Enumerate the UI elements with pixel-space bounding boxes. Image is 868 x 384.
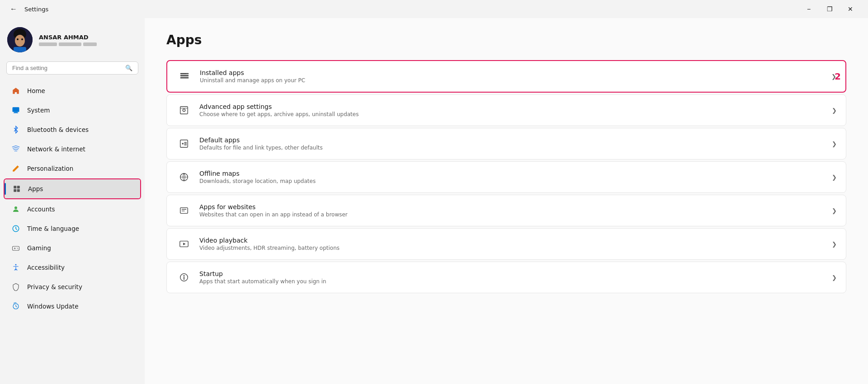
gaming-icon xyxy=(11,243,21,253)
svg-point-2 xyxy=(15,35,25,47)
settings-card-advanced-app-settings[interactable]: Advanced app settingsChoose where to get… xyxy=(166,94,846,126)
settings-row-video-playback[interactable]: Video playbackVideo adjustments, HDR str… xyxy=(167,229,846,259)
sidebar-item-personalization[interactable]: Personalization xyxy=(4,159,141,178)
svg-point-4 xyxy=(21,38,23,40)
sidebar-item-label-personalization: Personalization xyxy=(27,165,73,172)
offline-maps-icon xyxy=(176,169,192,185)
minimize-button[interactable]: − xyxy=(798,2,819,16)
sidebar-item-apps[interactable]: Apps xyxy=(5,179,140,198)
user-profile: ANSAR AHMAD xyxy=(0,22,145,61)
search-box[interactable]: 🔍 xyxy=(6,61,138,75)
sidebar-item-accessibility[interactable]: Accessibility xyxy=(4,258,141,277)
default-apps-text: Default appsDefaults for file and link t… xyxy=(199,136,825,151)
svg-marker-33 xyxy=(183,243,186,245)
sidebar-item-accounts[interactable]: Accounts xyxy=(4,200,141,219)
svg-rect-11 xyxy=(14,112,19,113)
advanced-app-settings-desc: Choose where to get apps, archive apps, … xyxy=(199,111,825,117)
sidebar-item-label-home: Home xyxy=(27,87,45,94)
bluetooth-icon xyxy=(11,125,21,135)
default-apps-desc: Defaults for file and link types, other … xyxy=(199,145,825,151)
email-segment-2 xyxy=(59,42,81,46)
svg-rect-18 xyxy=(13,246,19,250)
sidebar-item-privacy[interactable]: Privacy & security xyxy=(4,277,141,296)
apps-for-websites-text: Apps for websitesWebsites that can open … xyxy=(199,203,825,218)
personalization-icon xyxy=(11,164,21,173)
home-icon xyxy=(11,86,21,96)
offline-maps-chevron: ❯ xyxy=(832,174,837,181)
sidebar-item-gaming[interactable]: Gaming xyxy=(4,239,141,258)
default-apps-icon xyxy=(176,136,192,152)
settings-row-startup[interactable]: StartupApps that start automatically whe… xyxy=(167,262,846,293)
user-name: ANSAR AHMAD xyxy=(39,34,97,41)
settings-items-container: Installed appsUninstall and manage apps … xyxy=(166,60,846,293)
email-segment-1 xyxy=(39,42,57,46)
sidebar-item-label-time: Time & language xyxy=(27,225,79,232)
sidebar-item-home[interactable]: Home xyxy=(4,81,141,100)
svg-rect-14 xyxy=(14,189,16,192)
installed-apps-desc: Uninstall and manage apps on your PC xyxy=(200,77,824,84)
settings-card-startup[interactable]: StartupApps that start automatically whe… xyxy=(166,262,846,293)
offline-maps-desc: Downloads, storage location, map updates xyxy=(199,178,825,184)
advanced-app-settings-icon xyxy=(176,102,192,118)
sidebar-item-bluetooth[interactable]: Bluetooth & devices xyxy=(4,120,141,139)
svg-rect-25 xyxy=(187,74,188,75)
sidebar-item-label-gaming: Gaming xyxy=(27,244,51,252)
sidebar-item-label-network: Network & internet xyxy=(27,145,85,153)
svg-rect-24 xyxy=(180,77,189,79)
avatar-face xyxy=(7,27,33,52)
email-segment-3 xyxy=(83,42,97,46)
svg-point-27 xyxy=(183,109,185,112)
advanced-app-settings-text: Advanced app settingsChoose where to get… xyxy=(199,103,825,117)
svg-rect-23 xyxy=(180,75,189,76)
startup-chevron: ❯ xyxy=(832,274,837,281)
svg-point-21 xyxy=(15,264,17,266)
startup-text: StartupApps that start automatically whe… xyxy=(199,270,825,285)
video-playback-icon xyxy=(176,236,192,252)
settings-card-default-apps[interactable]: Default appsDefaults for file and link t… xyxy=(166,128,846,159)
search-input[interactable] xyxy=(12,65,122,71)
sidebar-item-label-apps: Apps xyxy=(28,185,43,192)
video-playback-desc: Video adjustments, HDR streaming, batter… xyxy=(199,245,825,251)
sidebar-item-system[interactable]: System xyxy=(4,101,141,120)
video-playback-text: Video playbackVideo adjustments, HDR str… xyxy=(199,237,825,251)
close-button[interactable]: ✕ xyxy=(840,2,861,16)
svg-rect-15 xyxy=(17,189,20,192)
startup-title: Startup xyxy=(199,270,825,277)
advanced-app-settings-chevron: ❯ xyxy=(832,107,837,114)
settings-row-apps-for-websites[interactable]: Apps for websitesWebsites that can open … xyxy=(167,195,846,226)
accounts-icon xyxy=(11,204,21,214)
installed-apps-title: Installed apps xyxy=(200,69,824,76)
svg-point-16 xyxy=(14,206,17,209)
title-bar-controls: − ❐ ✕ xyxy=(798,2,861,16)
settings-row-advanced-app-settings[interactable]: Advanced app settingsChoose where to get… xyxy=(167,95,846,126)
svg-rect-26 xyxy=(180,107,188,114)
sidebar-item-network[interactable]: Network & internet xyxy=(4,140,141,159)
settings-card-offline-maps[interactable]: Offline mapsDownloads, storage location,… xyxy=(166,161,846,193)
offline-maps-title: Offline maps xyxy=(199,170,825,177)
apps-icon xyxy=(12,184,22,194)
svg-point-35 xyxy=(184,275,185,276)
sidebar-item-label-system: System xyxy=(27,107,50,114)
update-icon xyxy=(11,301,21,311)
settings-card-video-playback[interactable]: Video playbackVideo adjustments, HDR str… xyxy=(166,228,846,260)
settings-row-offline-maps[interactable]: Offline mapsDownloads, storage location,… xyxy=(167,162,846,192)
advanced-app-settings-title: Advanced app settings xyxy=(199,103,825,110)
back-button[interactable]: ← xyxy=(7,3,20,15)
sidebar-item-update[interactable]: Windows Update xyxy=(4,297,141,316)
restore-button[interactable]: ❐ xyxy=(819,2,840,16)
sidebar-item-label-update: Windows Update xyxy=(27,303,78,310)
video-playback-title: Video playback xyxy=(199,237,825,244)
sidebar-item-label-accessibility: Accessibility xyxy=(27,264,65,271)
avatar xyxy=(7,27,33,52)
default-apps-chevron: ❯ xyxy=(832,140,837,147)
sidebar-item-time[interactable]: Time & language xyxy=(4,219,141,238)
settings-row-default-apps[interactable]: Default appsDefaults for file and link t… xyxy=(167,128,846,159)
svg-rect-31 xyxy=(180,208,188,214)
settings-card-apps-for-websites[interactable]: Apps for websitesWebsites that can open … xyxy=(166,195,846,226)
apps-for-websites-title: Apps for websites xyxy=(199,203,825,211)
settings-card-installed-apps[interactable]: Installed appsUninstall and manage apps … xyxy=(166,60,846,93)
time-icon xyxy=(11,224,21,234)
app-body: ANSAR AHMAD 🔍 HomeSystemBluetooth & devi… xyxy=(0,18,868,384)
title-bar-title: Settings xyxy=(24,6,48,13)
settings-row-installed-apps[interactable]: Installed appsUninstall and manage apps … xyxy=(167,61,845,92)
